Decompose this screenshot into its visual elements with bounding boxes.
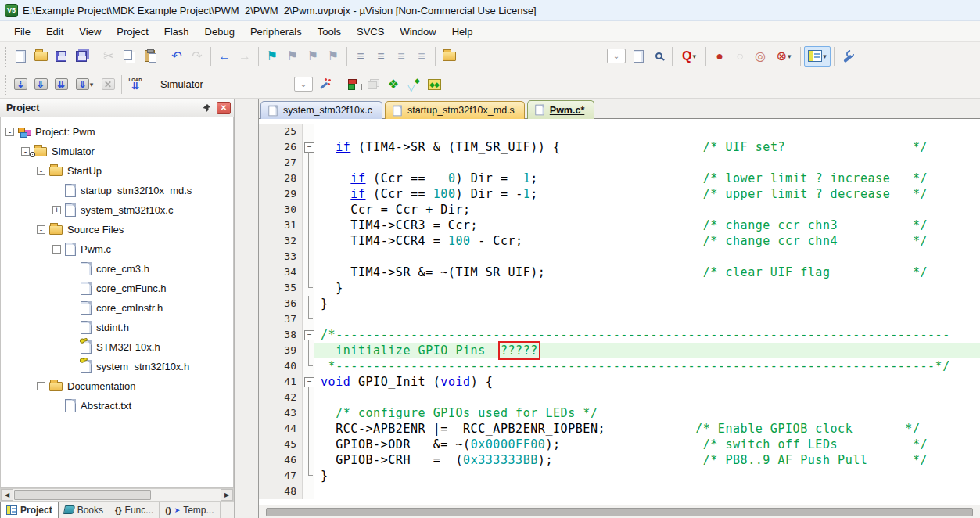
unindent-icon[interactable]: ≡	[371, 46, 391, 67]
fold-collapse-icon[interactable]	[303, 374, 314, 390]
editor-tab-pwm-c-[interactable]: Pwm.c*	[527, 100, 594, 119]
tree-item-stm32f10x-h[interactable]: +STM32F10x.h	[1, 337, 233, 357]
panel-splitter[interactable]	[235, 99, 258, 518]
code-text[interactable]	[314, 390, 980, 405]
bottom-tab-project[interactable]: Project	[0, 502, 59, 518]
quick-search-icon[interactable]: Q▾	[676, 46, 702, 67]
scroll-right-arrow-icon[interactable]: ▶	[221, 489, 233, 501]
code-line-29[interactable]: 29 if (Ccr == 100) Dir = -1; /* upper li…	[259, 186, 980, 202]
code-line-41[interactable]: 41void GPIO_Init (void) {	[259, 374, 980, 390]
menu-svcs[interactable]: SVCS	[349, 23, 392, 41]
fold-collapse-icon[interactable]	[303, 139, 314, 155]
code-text[interactable]: /* configure GPIOs used for LEDs */	[314, 405, 980, 421]
next-bookmark-icon[interactable]: ⚑	[282, 46, 303, 67]
toggle-breakpoint-icon[interactable]: ●	[709, 46, 730, 67]
code-line-37[interactable]: 37	[259, 311, 980, 327]
insert-bookmark-icon[interactable]: ⚑	[262, 46, 282, 67]
indent-icon[interactable]: ≡	[350, 46, 371, 67]
kill-all-breakpoints-icon[interactable]: ⊗▾	[770, 46, 797, 67]
code-text[interactable]: GPIOB->CRH = (0x333333BB); /* PB8..9 AF …	[314, 452, 980, 468]
tree-item-core-cm3-h[interactable]: +core_cm3.h	[1, 259, 233, 279]
menu-tools[interactable]: Tools	[310, 23, 349, 41]
expander-icon[interactable]: -	[52, 245, 61, 254]
options-for-target-icon[interactable]	[315, 74, 336, 95]
code-text[interactable]: /*--------------------------------------…	[314, 327, 980, 343]
dropdown-caret-icon[interactable]: ▾	[90, 81, 94, 88]
save-all-icon[interactable]	[71, 46, 92, 67]
expander-icon[interactable]: -	[37, 382, 45, 390]
code-text[interactable]: GPIOB->ODR &= ~(0x0000FF00); /* switch o…	[314, 437, 980, 452]
code-line-38[interactable]: 38/*------------------------------------…	[259, 327, 980, 343]
code-line-26[interactable]: 26 if (TIM4->SR & (TIM_SR_UIF)) { /* UIF…	[259, 139, 980, 155]
code-line-44[interactable]: 44 RCC->APB2ENR |= RCC_APB2ENR_IOPBEN; /…	[259, 421, 980, 437]
code-line-47[interactable]: 47}	[259, 468, 980, 484]
batch-build-icon[interactable]: ▾	[71, 74, 98, 95]
comment-selection-icon[interactable]: ≡	[391, 46, 411, 67]
code-text[interactable]	[314, 155, 980, 171]
disable-all-breakpoints-icon[interactable]: ◎	[750, 46, 770, 67]
code-view[interactable]: 2526 if (TIM4->SR & (TIM_SR_UIF)) { /* U…	[259, 119, 980, 505]
code-line-25[interactable]: 25	[259, 124, 980, 139]
code-line-28[interactable]: 28 if (Ccr == 0) Dir = 1; /* lower limit…	[259, 171, 980, 186]
code-text[interactable]	[314, 484, 980, 499]
tree-item-startup-stm32f10x-md-s[interactable]: +startup_stm32f10x_md.s	[1, 181, 233, 200]
code-text[interactable]: TIM4->CCR3 = Ccr; /* change ccr chn3 */	[314, 218, 980, 233]
menu-window[interactable]: Window	[392, 23, 443, 41]
code-line-40[interactable]: 40 *------------------------------------…	[259, 358, 980, 374]
tree-item-pwm-c[interactable]: -Pwm.c	[1, 239, 233, 259]
enable-breakpoint-icon[interactable]: ○	[730, 46, 750, 67]
tree-item-startup[interactable]: -StartUp	[1, 161, 233, 181]
cut-icon[interactable]: ✂	[99, 46, 119, 67]
code-line-45[interactable]: 45 GPIOB->ODR &= ~(0x0000FF00); /* switc…	[259, 437, 980, 452]
redo-icon[interactable]: ↷	[187, 46, 207, 67]
manage-project-items-icon[interactable]	[343, 74, 363, 95]
menu-project[interactable]: Project	[109, 23, 156, 41]
code-text[interactable]: }	[314, 296, 980, 311]
tree-item-system-stm32f10x-c[interactable]: +system_stm32f10x.c	[1, 200, 233, 220]
menu-edit[interactable]: Edit	[38, 23, 71, 41]
menu-file[interactable]: File	[6, 23, 38, 41]
expander-icon[interactable]: -	[5, 128, 14, 136]
code-text[interactable]: }	[314, 468, 980, 484]
tree-item-source-files[interactable]: -Source Files	[1, 220, 233, 239]
pin-icon[interactable]	[199, 102, 214, 114]
code-text[interactable]: *---------------------------------------…	[314, 358, 980, 374]
expander-icon[interactable]: -	[37, 167, 45, 175]
code-line-27[interactable]: 27	[259, 155, 980, 171]
bottom-tab-temp[interactable]: ()➤Temp...	[160, 502, 220, 518]
stop-build-icon[interactable]	[98, 74, 118, 95]
code-text[interactable]: }	[314, 280, 980, 296]
code-line-39[interactable]: 39 initialize GPIO Pins ?????	[259, 343, 980, 358]
code-text[interactable]	[314, 311, 980, 327]
rebuild-all-icon[interactable]	[51, 74, 71, 95]
editor-tab-system-stm32f10x-c[interactable]: system_stm32f10x.c	[260, 101, 382, 119]
new-file-icon[interactable]	[10, 46, 31, 67]
fold-collapse-icon[interactable]	[303, 327, 314, 343]
quick-find-dropdown[interactable]: ⌄	[607, 49, 626, 63]
project-scrollbar-thumb[interactable]	[14, 490, 151, 500]
translate-file-icon[interactable]	[10, 74, 31, 95]
navigate-back-icon[interactable]: ←	[214, 46, 235, 67]
tree-item-abstract-txt[interactable]: +Abstract.txt	[1, 396, 233, 415]
code-line-46[interactable]: 46 GPIOB->CRH = (0x333333BB); /* PB8..9 …	[259, 452, 980, 468]
menu-debug[interactable]: Debug	[197, 23, 242, 41]
code-text[interactable]	[314, 124, 980, 139]
dropdown-caret-icon[interactable]: ▾	[823, 52, 827, 60]
tree-item-documentation[interactable]: -Documentation	[1, 376, 233, 396]
incremental-find-icon[interactable]	[648, 46, 669, 67]
bottom-tab-func[interactable]: {}Func...	[109, 502, 160, 518]
code-line-35[interactable]: 35 }	[259, 280, 980, 296]
target-select-combo[interactable]: Simulator	[153, 76, 292, 93]
build-icon[interactable]	[31, 74, 51, 95]
editor-tab-startup-stm32f10x-md-s[interactable]: startup_stm32f10x_md.s	[385, 101, 525, 119]
project-horizontal-scrollbar[interactable]: ◀ ▶	[0, 488, 234, 502]
uncomment-selection-icon[interactable]: ≡	[411, 46, 432, 67]
code-text[interactable]: Ccr = Ccr + Dir;	[314, 202, 980, 218]
window-layout-icon[interactable]: ▾	[804, 46, 831, 67]
clear-bookmarks-icon[interactable]: ⚑	[323, 46, 343, 67]
menu-flash[interactable]: Flash	[156, 23, 197, 41]
open-file-icon[interactable]	[31, 46, 51, 67]
expander-icon[interactable]: -	[21, 147, 30, 156]
tree-item-system-stm32f10x-h[interactable]: +system_stm32f10x.h	[1, 357, 233, 376]
code-text[interactable]: if (TIM4->SR & (TIM_SR_UIF)) { /* UIF se…	[314, 139, 980, 155]
